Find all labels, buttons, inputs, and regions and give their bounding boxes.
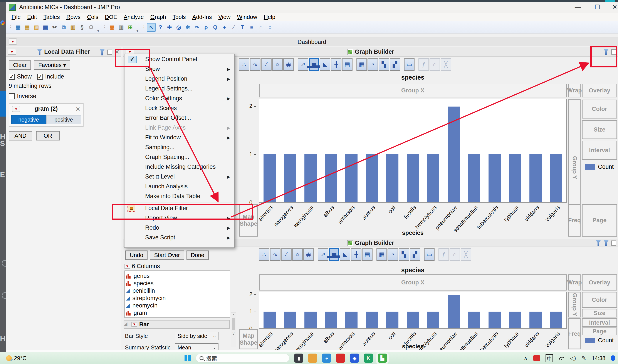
folder-app[interactable]	[308, 353, 317, 363]
start-button[interactable]	[185, 355, 191, 361]
menu-item-fit-to-window[interactable]: Fit to Window▶	[124, 133, 234, 143]
ellipse-element-icon[interactable]: ○	[292, 248, 303, 261]
caption-box-element-icon[interactable]: ▭	[424, 248, 435, 261]
map-shape-zone-bottom[interactable]: MapShape	[239, 329, 258, 349]
new-data-table-icon[interactable]: ▦	[14, 23, 22, 32]
start-over-button[interactable]: Start Over	[150, 250, 184, 260]
data-table-icon[interactable]: ▦	[108, 23, 116, 32]
lasso-tool-icon[interactable]: ρ	[202, 23, 210, 32]
map-shapes-element-icon[interactable]: ⌂	[430, 58, 440, 71]
menubar-item-edit[interactable]: Edit	[24, 14, 40, 20]
columns-menu-button[interactable]: ▼	[124, 264, 130, 269]
interval-zone-bottom[interactable]: Interval	[582, 318, 617, 327]
menu-item-redo[interactable]: Redo▶	[124, 223, 234, 233]
copy-icon[interactable]: ⧉	[59, 23, 68, 32]
clock[interactable]: 14:38	[592, 355, 605, 361]
eraser-tool-icon[interactable]: ∕	[229, 23, 238, 32]
size-zone-bottom[interactable]: Size	[582, 309, 617, 317]
formula-element-icon[interactable]: ƒ	[439, 248, 449, 261]
menu-item-legend-settings[interactable]: Legend Settings...	[124, 84, 234, 93]
close-button[interactable]: ✕	[607, 2, 618, 13]
crosshair-tool-icon[interactable]: +	[220, 23, 229, 32]
menubar-item-graph[interactable]: Graph	[147, 14, 169, 20]
mosaic-element-icon[interactable]: ▞	[390, 58, 400, 71]
smoother-element-icon[interactable]: ∿	[250, 58, 260, 71]
box-plot-element-icon[interactable]: ╂	[331, 58, 341, 71]
menubar-item-help[interactable]: Help	[260, 14, 279, 20]
maximize-button[interactable]: ☐	[590, 2, 605, 13]
line-of-fit-element-icon[interactable]: ∕	[281, 248, 292, 261]
columns-icon[interactable]: ▥	[117, 23, 126, 32]
group-y-zone-bottom[interactable]: Group Y	[568, 292, 581, 317]
menu-item-error-bar-offset[interactable]: Error Bar Offset...	[124, 113, 234, 123]
histogram-element-icon[interactable]: ▤	[362, 248, 373, 261]
magnifier-tool-icon[interactable]: Q	[211, 23, 220, 32]
points-element-icon[interactable]: ∴	[239, 58, 249, 71]
gram-option-positive[interactable]: positive	[46, 115, 81, 124]
menu-item-show[interactable]: Show▶	[124, 64, 234, 74]
top-detach-icon[interactable]	[611, 49, 616, 55]
pen-icon[interactable]: ✎	[581, 355, 586, 361]
taskbar-search[interactable]: 搜索	[196, 354, 289, 363]
contour-element-icon[interactable]: ◉	[303, 248, 314, 261]
red-app[interactable]	[336, 353, 345, 363]
menubar-item-view[interactable]: View	[215, 14, 234, 20]
menubar-item-rows[interactable]: Rows	[63, 14, 84, 20]
menubar-item-cols[interactable]: Cols	[84, 14, 102, 20]
size-zone-top[interactable]: Size	[582, 120, 617, 139]
menu-item-report-view[interactable]: Report View▶	[124, 213, 234, 223]
top-filter-icon[interactable]	[603, 49, 609, 55]
detach-icon[interactable]	[107, 50, 112, 55]
contour-element-icon[interactable]: ◉	[283, 58, 294, 71]
cursor-tool-icon[interactable]: ↖	[147, 23, 156, 32]
menu-item-color-settings[interactable]: Color Settings▶	[124, 93, 234, 103]
toolbar-overflow-icon[interactable]: ▾	[136, 28, 138, 33]
column-item-gram[interactable]: gram	[126, 309, 229, 317]
app-dark[interactable]: ▮	[294, 353, 303, 363]
gram-menu-button[interactable]: ▼	[12, 106, 20, 112]
treemap-element-icon[interactable]: ▚	[399, 248, 409, 261]
move-tool-icon[interactable]: ✚	[165, 23, 174, 32]
open-icon[interactable]: ▨	[32, 23, 41, 32]
target-tool-icon[interactable]: ◎	[174, 23, 183, 32]
inverse-checkbox[interactable]	[9, 93, 15, 99]
hidden-icons-caret[interactable]: ∧	[524, 355, 528, 361]
line-element-icon[interactable]: ↗	[298, 58, 308, 71]
gram-option-negative[interactable]: negative	[11, 115, 46, 124]
overlay-zone-top[interactable]: Overlay	[582, 84, 617, 97]
menu-item-save-script[interactable]: Save Script▶	[124, 233, 234, 242]
menu-item-sampling[interactable]: Sampling...	[124, 143, 234, 152]
menu-item-link-page-axes[interactable]: Link Page Axes▶	[124, 123, 234, 133]
menubar-item-tools[interactable]: Tools	[169, 14, 189, 20]
map-shape-zone-top[interactable]: MapShape	[239, 204, 258, 237]
column-item-streptomycin[interactable]: ◢streptomycin	[126, 294, 229, 302]
menu-item-launch-analysis[interactable]: Launch Analysis	[124, 182, 234, 191]
cut-icon[interactable]: ✂	[50, 23, 59, 32]
menu-item-local-data-filter[interactable]: Local Data Filter	[124, 203, 234, 213]
column-item-neomycin[interactable]: ◢neomycin	[126, 302, 229, 309]
brush-tool-icon[interactable]: ✑	[193, 23, 201, 32]
tray-red-app-icon[interactable]	[533, 355, 540, 361]
bar-section-menu-button[interactable]: ▼	[132, 322, 137, 327]
pie-element-icon[interactable]: ◔	[368, 58, 378, 71]
menu-item-make-into-data-table[interactable]: Make into Data Table	[124, 191, 234, 201]
menubar-item-analyze[interactable]: Analyze	[120, 14, 147, 20]
overlay-zone-bottom[interactable]: Overlay	[582, 274, 617, 290]
paste-icon[interactable]: ▥	[68, 23, 77, 32]
interval-zone-top[interactable]: Interval	[582, 141, 617, 160]
menubar-item-doe[interactable]: DOE	[102, 14, 120, 20]
polygon-annotate-icon[interactable]: ⌂	[256, 23, 265, 32]
pie-element-icon[interactable]: ◔	[388, 248, 398, 261]
include-checkbox[interactable]: ✓	[37, 74, 43, 80]
mosaic-element-icon[interactable]: ▞	[410, 248, 420, 261]
done-button[interactable]: Done	[187, 250, 209, 260]
favorites-button[interactable]: Favorites ▾	[34, 60, 70, 70]
freq-zone-bottom[interactable]: Freq	[568, 318, 581, 349]
treemap-element-icon[interactable]: ▚	[379, 58, 389, 71]
color-zone-top[interactable]: Color	[582, 100, 617, 118]
or-button[interactable]: OR	[36, 131, 60, 141]
help-tool-icon[interactable]: ?	[156, 23, 165, 32]
page-zone-top[interactable]: Page	[582, 204, 617, 237]
toolbar-overflow-icon[interactable]: ▾	[97, 28, 99, 33]
menu-item-legend-position[interactable]: Legend Position▶	[124, 74, 234, 84]
